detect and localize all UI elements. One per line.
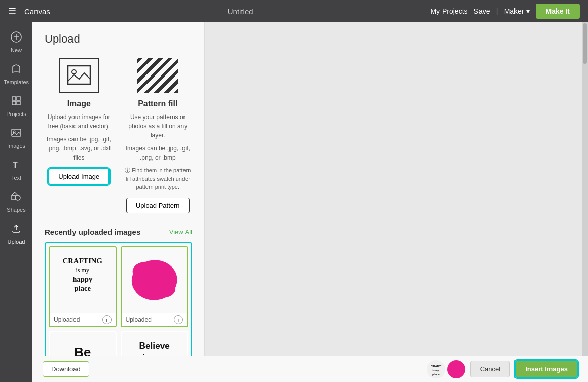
pattern-fill-icon bbox=[137, 58, 178, 93]
pattern-option-desc2: Images can be .jpg, .gif, .png, or .bmp bbox=[124, 144, 193, 162]
sidebar: New Templates Projects bbox=[0, 22, 32, 382]
info-icon-2[interactable]: i bbox=[174, 315, 183, 324]
image-option-title: Image bbox=[67, 99, 91, 108]
image-upload-option: Image Upload your images for free (basic… bbox=[45, 58, 114, 213]
download-button[interactable]: Download bbox=[43, 361, 89, 377]
svg-text:happy: happy bbox=[72, 275, 93, 283]
pattern-upload-option: Pattern fill Use your patterns or photos… bbox=[124, 58, 193, 213]
templates-icon bbox=[11, 63, 22, 77]
sidebar-item-text[interactable]: T Text bbox=[0, 154, 32, 186]
svg-point-13 bbox=[72, 70, 76, 74]
sidebar-item-label-upload: Upload bbox=[8, 239, 25, 245]
upload-image-button[interactable]: Upload Image bbox=[48, 168, 109, 185]
svg-text:is my: is my bbox=[432, 369, 439, 372]
document-title[interactable]: Untitled bbox=[58, 7, 423, 16]
selected-thumb-2 bbox=[447, 360, 465, 378]
svg-text:place: place bbox=[432, 373, 440, 376]
panel-title: Upload bbox=[45, 32, 192, 46]
sidebar-item-label-new: New bbox=[11, 47, 22, 53]
image-thumb-2 bbox=[122, 247, 188, 313]
app-name: Canvas bbox=[24, 7, 50, 16]
scrollbar-thumb[interactable] bbox=[583, 23, 587, 64]
bottom-left: Download bbox=[43, 361, 89, 377]
header-right-controls: My Projects Save | Maker ▾ Make It bbox=[430, 4, 580, 19]
bottom-bar: Download CRAFT is my place Cancel Insert… bbox=[32, 356, 588, 382]
svg-point-31 bbox=[449, 363, 463, 376]
sidebar-item-new[interactable]: New bbox=[0, 26, 32, 58]
image-label-1: Uploaded bbox=[54, 316, 80, 323]
cancel-button[interactable]: Cancel bbox=[470, 361, 510, 377]
upload-icon bbox=[11, 223, 22, 237]
projects-icon bbox=[11, 95, 22, 109]
recent-section-title: Recently uploaded images bbox=[45, 227, 140, 236]
make-it-button[interactable]: Make It bbox=[536, 4, 580, 19]
svg-rect-4 bbox=[17, 97, 20, 100]
sidebar-item-label-text: Text bbox=[11, 175, 21, 181]
insert-images-button[interactable]: Insert Images bbox=[515, 360, 578, 378]
image-card-2[interactable]: Uploaded i bbox=[121, 246, 189, 327]
info-icon-1[interactable]: i bbox=[102, 315, 112, 324]
svg-text:T: T bbox=[13, 161, 18, 169]
canvas-area bbox=[205, 22, 588, 382]
image-card-footer-2: Uploaded i bbox=[122, 313, 188, 326]
upload-pattern-button[interactable]: Upload Pattern bbox=[126, 198, 190, 213]
upload-options: Image Upload your images for free (basic… bbox=[45, 58, 192, 213]
svg-rect-3 bbox=[12, 97, 16, 100]
svg-text:Believe: Believe bbox=[139, 340, 169, 351]
panel-content: Upload Image Upload your images for free… bbox=[32, 22, 204, 382]
text-icon: T bbox=[11, 159, 22, 173]
image-option-desc2: Images can be .jpg, .gif, .png, .bmp, .s… bbox=[45, 135, 114, 162]
svg-text:place: place bbox=[74, 284, 91, 292]
pattern-option-desc1: Use your patterns or photos as a fill on… bbox=[124, 112, 193, 140]
sidebar-item-upload[interactable]: Upload bbox=[0, 218, 32, 250]
sidebar-item-label-templates: Templates bbox=[4, 79, 29, 85]
image-option-desc1: Upload your images for free (basic and v… bbox=[45, 112, 114, 131]
main-layout: New Templates Projects bbox=[0, 22, 588, 382]
svg-text:is my: is my bbox=[76, 266, 89, 274]
save-button[interactable]: Save bbox=[474, 7, 490, 15]
svg-rect-5 bbox=[12, 101, 16, 105]
sidebar-item-shapes[interactable]: Shapes bbox=[0, 186, 32, 218]
sidebar-item-label-projects: Projects bbox=[6, 111, 26, 117]
image-upload-icon bbox=[59, 58, 99, 93]
sidebar-item-projects[interactable]: Projects bbox=[0, 90, 32, 122]
shapes-icon bbox=[11, 191, 22, 205]
image-label-2: Uploaded bbox=[126, 316, 152, 323]
header-divider: | bbox=[496, 7, 498, 16]
pattern-option-title: Pattern fill bbox=[138, 99, 177, 108]
selected-thumbnails: CRAFT is my place bbox=[427, 360, 465, 378]
svg-rect-6 bbox=[17, 101, 20, 105]
maker-selector[interactable]: Maker ▾ bbox=[504, 7, 530, 15]
app-header: ☰ Canvas Untitled My Projects Save | Mak… bbox=[0, 0, 588, 22]
upload-panel: Upload Image Upload your images for free… bbox=[32, 22, 205, 382]
sidebar-item-label-shapes: Shapes bbox=[7, 207, 25, 213]
bottom-right: CRAFT is my place Cancel Insert Images bbox=[427, 360, 578, 378]
svg-text:CRAFTING: CRAFTING bbox=[63, 257, 102, 265]
image-card-1[interactable]: CRAFTING is my happy place Uploaded i bbox=[49, 246, 117, 327]
view-all-link[interactable]: View All bbox=[169, 228, 192, 236]
recent-section-header: Recently uploaded images View All bbox=[45, 227, 192, 236]
my-projects-link[interactable]: My Projects bbox=[430, 7, 467, 15]
images-icon bbox=[11, 127, 22, 141]
scrollbar[interactable] bbox=[582, 22, 588, 382]
sidebar-item-label-images: Images bbox=[7, 143, 25, 149]
sidebar-item-images[interactable]: Images bbox=[0, 122, 32, 154]
pattern-option-note: ⓘ Find them in the pattern fill attribut… bbox=[124, 166, 193, 192]
new-icon bbox=[11, 31, 22, 45]
menu-icon[interactable]: ☰ bbox=[8, 6, 16, 17]
selected-thumb-1: CRAFT is my place bbox=[427, 360, 445, 378]
image-thumb-1: CRAFTING is my happy place bbox=[50, 247, 116, 313]
image-card-footer-1: Uploaded i bbox=[50, 313, 116, 326]
sidebar-item-templates[interactable]: Templates bbox=[0, 58, 32, 90]
svg-text:CRAFT: CRAFT bbox=[431, 365, 442, 368]
